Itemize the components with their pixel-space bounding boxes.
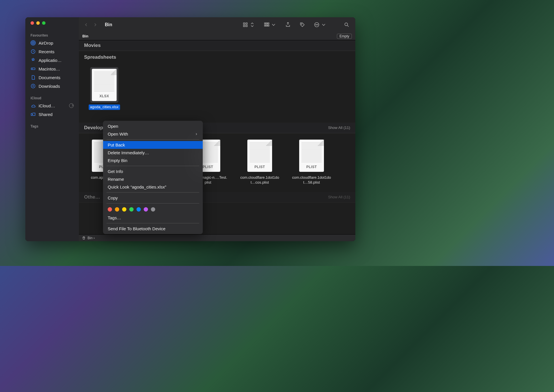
cloud-icon <box>31 103 36 108</box>
chevron-down-icon <box>271 22 276 28</box>
svg-rect-14 <box>268 23 269 24</box>
share-button[interactable] <box>283 22 293 28</box>
location-bar: Bin Empty <box>79 32 355 40</box>
clock-icon <box>31 49 36 54</box>
tag-yellow[interactable] <box>122 207 126 212</box>
forward-button[interactable] <box>92 22 98 28</box>
file-ext: PLIST <box>255 165 265 169</box>
svg-point-7 <box>32 114 33 115</box>
ctx-separator <box>107 139 199 140</box>
actions-button[interactable] <box>312 22 328 28</box>
sidebar-item-applications[interactable]: Applicatio… <box>25 56 79 64</box>
document-icon <box>31 75 36 80</box>
download-icon <box>31 83 36 89</box>
ctx-open[interactable]: Open <box>103 122 203 130</box>
sidebar-item-icloud-drive[interactable]: iCloud… <box>25 101 79 110</box>
ctx-tag-colors <box>103 205 203 214</box>
ctx-rename[interactable]: Rename <box>103 175 203 183</box>
ctx-empty-bin[interactable]: Empty Bin <box>103 157 203 164</box>
sidebar-item-label: Recents <box>39 49 74 54</box>
group-by-button[interactable] <box>262 22 278 28</box>
svg-point-22 <box>318 24 318 25</box>
svg-rect-16 <box>266 25 267 26</box>
ctx-open-with[interactable]: Open With <box>103 130 203 138</box>
sidebar-heading-icloud: iCloud <box>25 94 79 101</box>
tag-icon <box>299 22 305 28</box>
svg-rect-4 <box>31 68 35 70</box>
sync-badge-icon <box>69 103 74 108</box>
file-icon: XLSX <box>92 69 117 101</box>
sidebar-item-recents[interactable]: Recents <box>25 47 79 56</box>
ctx-copy[interactable]: Copy <box>103 194 203 202</box>
location-crumb[interactable]: Bin <box>82 34 88 38</box>
section-header-movies[interactable]: Movies <box>79 40 355 51</box>
back-button[interactable] <box>83 22 89 28</box>
close-button[interactable] <box>31 21 34 25</box>
tag-blue[interactable] <box>136 207 141 212</box>
tag-green[interactable] <box>129 207 134 212</box>
tag-grey[interactable] <box>151 207 155 212</box>
show-all-link[interactable]: Show All (11) <box>328 125 350 130</box>
share-icon <box>285 22 291 28</box>
show-all-link[interactable]: Show All (11) <box>328 195 350 199</box>
file-item[interactable]: XLSX agoda_cities.xlsx <box>84 67 124 110</box>
svg-point-20 <box>316 24 316 25</box>
sidebar-item-label: Macintos… <box>39 66 74 71</box>
group-icon <box>264 22 270 28</box>
window-controls <box>25 21 79 25</box>
sidebar-item-downloads[interactable]: Downloads <box>25 82 79 90</box>
sidebar-item-shared[interactable]: Shared <box>25 110 79 119</box>
sidebar-item-label: Shared <box>39 112 74 117</box>
ctx-put-back[interactable]: Put Back <box>103 141 203 149</box>
ctx-label: Open With <box>108 132 128 136</box>
svg-point-5 <box>32 68 33 69</box>
section-title: Spreadsheets <box>84 54 116 60</box>
ctx-quick-look[interactable]: Quick Look “agoda_cities.xlsx” <box>103 183 203 191</box>
svg-rect-15 <box>265 25 266 26</box>
ctx-separator <box>107 166 199 166</box>
sidebar-item-label: Applicatio… <box>39 58 74 63</box>
tags-button[interactable] <box>298 22 307 28</box>
search-icon <box>344 22 350 28</box>
empty-bin-button[interactable]: Empty <box>337 34 352 39</box>
sidebar-item-label: iCloud… <box>39 103 66 108</box>
search-button[interactable] <box>342 22 351 28</box>
file-icon: PLIST <box>247 140 272 172</box>
ctx-get-info[interactable]: Get Info <box>103 168 203 175</box>
path-bar: Bin › <box>79 234 355 241</box>
path-crumb[interactable]: Bin › <box>88 236 95 240</box>
sidebar-item-macintosh-hd[interactable]: Macintos… <box>25 64 79 73</box>
zoom-button[interactable] <box>42 21 45 25</box>
sidebar-item-label: Documents <box>39 75 74 80</box>
disk-icon <box>31 66 36 71</box>
file-item[interactable]: PLIST com.cloudflare.1dot1dot…58.plist <box>291 138 332 185</box>
tag-red[interactable] <box>108 207 112 212</box>
chevron-right-icon <box>195 132 198 136</box>
tag-orange[interactable] <box>115 207 119 212</box>
file-ext: PLIST <box>306 165 317 169</box>
ctx-delete-immediately[interactable]: Delete Immediately… <box>103 149 203 157</box>
view-mode-button[interactable] <box>241 22 257 28</box>
more-icon <box>314 22 320 28</box>
ctx-tags[interactable]: Tags… <box>103 214 203 222</box>
sidebar-item-documents[interactable]: Documents <box>25 73 79 82</box>
minimize-button[interactable] <box>36 21 40 25</box>
svg-rect-9 <box>246 23 247 24</box>
ctx-send-bluetooth[interactable]: Send File To Bluetooth Device <box>103 225 203 233</box>
file-icon: PLIST <box>299 140 324 172</box>
sidebar-item-airdrop[interactable]: AirDrop <box>25 39 79 47</box>
file-name: com.cloudflare.1dot1dot…58.plist <box>291 175 332 185</box>
svg-point-18 <box>301 24 302 24</box>
toolbar: Bin <box>79 17 355 32</box>
grid-icon <box>242 22 248 28</box>
svg-point-21 <box>316 24 317 25</box>
ctx-separator <box>107 223 199 223</box>
file-item[interactable]: PLIST com.cloudflare.1dot1dot…cos.plist <box>240 138 280 185</box>
svg-rect-10 <box>243 25 245 27</box>
file-ext: PLIST <box>203 165 213 169</box>
file-grid-spreadsheets: XLSX agoda_cities.xlsx <box>79 62 355 117</box>
tag-purple[interactable] <box>144 207 148 212</box>
section-header-spreadsheets[interactable]: Spreadsheets <box>79 51 355 62</box>
chevron-updown-icon <box>249 22 255 28</box>
context-menu: Open Open With Put Back Delete Immediate… <box>103 121 203 234</box>
